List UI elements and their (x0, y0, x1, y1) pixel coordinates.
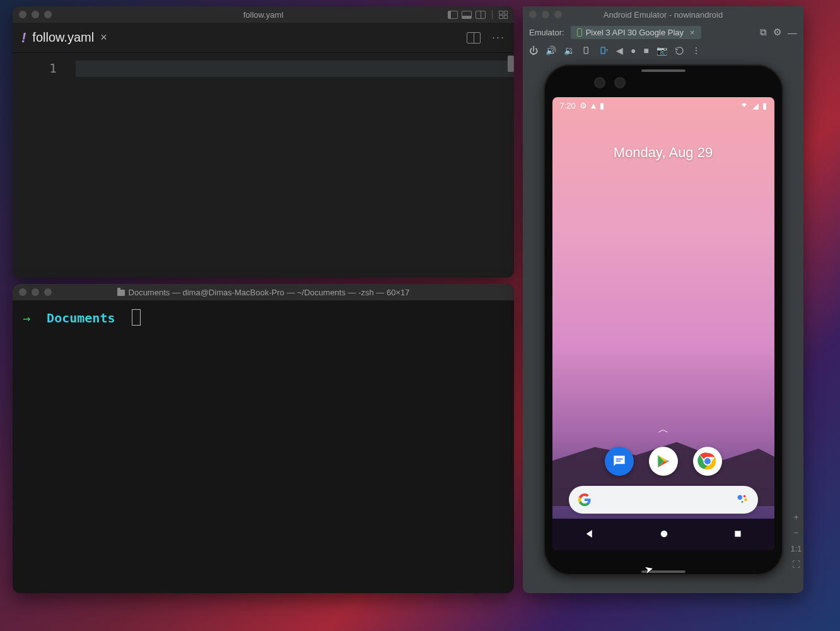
power-icon[interactable]: ⏻ (529, 45, 538, 56)
emulator-panel: Android Emulator - nowinandroid Emulator… (523, 6, 803, 593)
app-chrome-icon[interactable] (693, 447, 722, 476)
nav-back-icon[interactable] (584, 528, 595, 541)
front-sensor (614, 77, 626, 88)
layout-grid-icon[interactable] (499, 11, 508, 19)
emulator-toolbar: ⏻ 🔊 🔉 ◀ ● ■ 📷 ⋮ (523, 42, 803, 59)
emulator-device-tab[interactable]: Pixel 3 API 30 Google Play × (571, 26, 701, 39)
editor-body[interactable]: 1 (13, 53, 514, 278)
screenshot-camera-icon[interactable]: 📷 (656, 45, 667, 56)
emulator-zoom-controls: + − 1:1 ⛶ (790, 512, 802, 569)
app-drawer-caret-icon[interactable]: ︿ (658, 422, 669, 437)
signal-icon: ◢ (752, 101, 759, 110)
emulator-stage: 7:20 ⚙ ▲ ▮ ◢ ▮ Monday, Aug 29 ︿ (523, 59, 803, 593)
panel-left-icon[interactable] (448, 11, 458, 19)
front-camera (594, 77, 605, 88)
app-play-store-icon[interactable] (649, 447, 678, 476)
editor-titlebar[interactable]: follow.yaml (13, 6, 514, 23)
volume-up-icon[interactable]: 🔊 (545, 45, 556, 56)
svg-rect-1 (601, 47, 605, 53)
phone-speaker (641, 69, 685, 72)
folder-icon (117, 290, 125, 296)
rotate-left-icon[interactable] (582, 46, 592, 56)
active-line-highlight[interactable] (76, 61, 514, 77)
zoom-fit-icon[interactable]: ⛶ (792, 560, 800, 569)
split-editor-icon[interactable] (467, 32, 481, 44)
line-gutter: 1 (13, 53, 76, 278)
android-statusbar[interactable]: 7:20 ⚙ ▲ ▮ ◢ ▮ (552, 97, 774, 114)
home-dot-icon[interactable]: ● (631, 45, 636, 56)
line-number-1: 1 (13, 61, 57, 76)
panel-right-icon[interactable] (475, 11, 486, 19)
app-messages-icon[interactable] (605, 447, 634, 476)
panel-bottom-icon[interactable] (462, 11, 472, 19)
editor-window-title: follow.yaml (13, 10, 514, 20)
google-search-bar[interactable] (569, 486, 758, 514)
minimize-icon[interactable]: — (788, 27, 797, 38)
assistant-icon[interactable] (735, 492, 749, 508)
terminal-cursor (132, 309, 141, 326)
tab-close-icon[interactable]: × (100, 31, 107, 44)
svg-rect-0 (584, 47, 588, 53)
editor-titlebar-layout-icons (448, 10, 508, 19)
google-g-icon (578, 493, 592, 507)
titlebar-divider (492, 10, 493, 19)
terminal-body[interactable]: → Documents (13, 300, 514, 334)
android-screen[interactable]: 7:20 ⚙ ▲ ▮ ◢ ▮ Monday, Aug 29 ︿ (552, 97, 774, 550)
editor-window: follow.yaml ! follow.yaml × ··· 1 (13, 6, 514, 278)
status-time: 7:20 (560, 101, 576, 110)
status-notification-icons: ⚙ ▲ ▮ (580, 101, 604, 110)
tab-more-icon[interactable]: ··· (492, 31, 505, 44)
phone-icon (577, 28, 582, 37)
window-popout-icon[interactable]: ⧉ (760, 27, 767, 38)
minimap-thumb[interactable] (508, 56, 514, 72)
settings-gear-icon[interactable]: ⚙ (773, 27, 781, 38)
revert-icon[interactable] (675, 46, 684, 56)
emulator-window-title: Android Emulator - nowinandroid (523, 10, 803, 20)
android-navbar (552, 519, 774, 550)
wifi-icon (740, 101, 749, 110)
emulator-label: Emulator: (529, 28, 564, 37)
svg-rect-3 (615, 461, 621, 462)
editor-tabbar: ! follow.yaml × ··· (13, 23, 514, 53)
prompt-cwd: Documents (47, 310, 115, 326)
terminal-window-title: Documents — dima@Dimas-MacBook-Pro — ~/D… (13, 288, 514, 297)
overview-stop-icon[interactable]: ■ (643, 45, 648, 56)
volume-down-icon[interactable]: 🔉 (564, 45, 575, 56)
svg-rect-2 (615, 459, 622, 460)
zoom-out-icon[interactable]: − (794, 528, 799, 538)
terminal-titlebar[interactable]: Documents — dima@Dimas-MacBook-Pro — ~/D… (13, 284, 514, 300)
editor-tab-follow-yaml[interactable]: ! follow.yaml × (21, 30, 107, 46)
zoom-in-icon[interactable]: + (794, 512, 799, 522)
home-date-widget[interactable]: Monday, Aug 29 (552, 144, 774, 161)
svg-point-7 (737, 495, 742, 499)
yaml-file-icon: ! (21, 30, 26, 46)
emulator-tabrow: Emulator: Pixel 3 API 30 Google Play × ⧉… (523, 23, 803, 42)
rotate-right-icon[interactable] (599, 46, 609, 56)
svg-point-11 (660, 530, 667, 537)
svg-point-8 (743, 495, 745, 497)
phone-frame: 7:20 ⚙ ▲ ▮ ◢ ▮ Monday, Aug 29 ︿ (544, 64, 783, 575)
terminal-window: Documents — dima@Dimas-MacBook-Pro — ~/D… (13, 284, 514, 593)
svg-point-9 (744, 498, 747, 501)
battery-icon: ▮ (762, 101, 767, 110)
home-dock (552, 447, 774, 476)
device-tab-label: Pixel 3 API 30 Google Play (586, 28, 684, 37)
nav-recent-icon[interactable] (733, 529, 743, 541)
more-vert-icon[interactable]: ⋮ (692, 45, 701, 56)
prompt-arrow: → (23, 310, 30, 326)
nav-home-icon[interactable] (658, 528, 670, 541)
svg-rect-12 (735, 531, 740, 536)
device-tab-close-icon[interactable]: × (690, 28, 695, 37)
back-icon[interactable]: ◀ (616, 45, 623, 56)
terminal-title-text: Documents — dima@Dimas-MacBook-Pro — ~/D… (129, 288, 410, 297)
code-area[interactable] (76, 53, 514, 278)
tab-filename: follow.yaml (32, 30, 94, 45)
emulator-titlebar[interactable]: Android Emulator - nowinandroid (523, 6, 803, 23)
svg-point-10 (741, 501, 743, 503)
zoom-1to1[interactable]: 1:1 (790, 544, 802, 553)
